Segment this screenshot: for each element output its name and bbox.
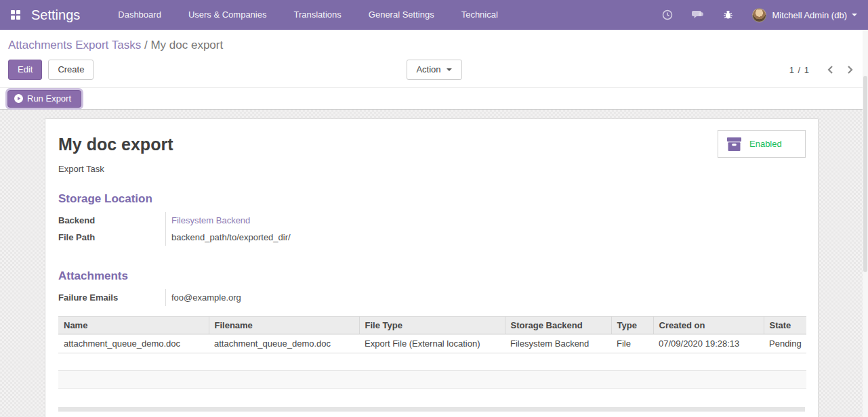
navbar-right: Mitchell Admin (db) (653, 8, 860, 22)
backend-field-label: Backend (58, 212, 165, 229)
run-export-button[interactable]: Run Export (7, 90, 81, 108)
table-empty-row (58, 353, 806, 371)
control-panel-buttons: Edit Create Action 1 / 1 (8, 54, 860, 87)
cell-created-on[interactable]: 07/09/2020 19:28:13 (653, 334, 764, 353)
table-row[interactable]: attachment_queue_demo.doc attachment_que… (58, 334, 806, 353)
pager: 1 / 1 (789, 64, 860, 76)
stat-button-label: Enabled (749, 139, 782, 149)
column-header-storage-backend[interactable]: Storage Backend (505, 317, 611, 334)
create-button[interactable]: Create (48, 60, 94, 80)
top-navbar: Settings Dashboard Users & Companies Tra… (0, 0, 868, 30)
backend-link[interactable]: Filesystem Backend (171, 215, 250, 225)
cell-filename[interactable]: attachment_queue_demo.doc (209, 334, 359, 353)
breadcrumb-parent-link[interactable]: Attachments Export Tasks (8, 39, 141, 51)
table-empty-row (58, 371, 806, 389)
user-menu[interactable]: Mitchell Admin (db) (743, 8, 860, 22)
pager-count: 1 / 1 (789, 65, 810, 75)
record-title: My doc export (58, 134, 805, 154)
navbar-menu: Dashboard Users & Companies Translations… (104, 0, 512, 30)
table-empty-row (58, 389, 806, 406)
file-path-field-value: backend_path/to/exported_dir/ (165, 229, 805, 246)
caret-down-icon (852, 14, 857, 16)
caret-down-icon (447, 68, 452, 71)
storage-location-heading: Storage Location (58, 192, 805, 206)
column-header-state[interactable]: State (764, 317, 806, 334)
column-header-created-on[interactable]: Created on (653, 317, 764, 334)
run-export-label: Run Export (27, 93, 71, 104)
vertical-scrollbar[interactable] (863, 30, 868, 417)
enabled-stat-button[interactable]: Enabled (718, 130, 806, 158)
cell-state[interactable]: Pending (764, 334, 806, 353)
nav-item-dashboard[interactable]: Dashboard (104, 0, 175, 30)
table-horizontal-scrollbar[interactable] (58, 407, 805, 412)
control-panel: Attachments Export Tasks / My doc export… (0, 30, 868, 87)
breadcrumb-separator: / (144, 39, 150, 51)
nav-item-general-settings[interactable]: General Settings (355, 0, 448, 30)
attachments-heading: Attachments (58, 269, 805, 283)
cell-type[interactable]: File (611, 334, 653, 353)
nav-item-users-companies[interactable]: Users & Companies (175, 0, 281, 30)
cell-file-type[interactable]: Export File (External location) (359, 334, 505, 353)
apps-grid-icon[interactable] (11, 10, 20, 20)
breadcrumb: Attachments Export Tasks / My doc export (8, 37, 860, 54)
file-path-field-label: File Path (58, 229, 165, 246)
column-header-type[interactable]: Type (611, 317, 653, 334)
archive-box-icon (726, 137, 742, 152)
backend-field-value: Filesystem Backend (165, 212, 805, 229)
vertical-scrollbar-thumb[interactable] (863, 76, 867, 272)
app-title[interactable]: Settings (31, 7, 80, 23)
nav-item-technical[interactable]: Technical (448, 0, 512, 30)
form-view-background: Enabled My doc export Export Task Storag… (0, 110, 868, 417)
storage-location-fields: Backend Filesystem Backend File Path bac… (58, 212, 805, 246)
messages-chat-icon[interactable] (682, 9, 714, 20)
column-header-name[interactable]: Name (58, 317, 209, 334)
action-dropdown-wrap: Action (406, 60, 461, 80)
pager-next-button[interactable] (840, 64, 860, 76)
cell-storage-backend[interactable]: Filesystem Backend (505, 334, 611, 353)
form-sheet: Enabled My doc export Export Task Storag… (45, 118, 819, 417)
debug-bug-icon[interactable] (714, 9, 743, 20)
activity-clock-icon[interactable] (653, 9, 682, 20)
record-subtitle: Export Task (58, 164, 805, 174)
failure-emails-field-label: Failure Emails (58, 289, 165, 306)
edit-button[interactable]: Edit (8, 60, 42, 80)
column-header-filename[interactable]: Filename (209, 317, 359, 334)
user-name: Mitchell Admin (db) (772, 10, 847, 20)
attachments-table: Name Filename File Type Storage Backend … (58, 316, 806, 406)
cell-name[interactable]: attachment_queue_demo.doc (58, 334, 209, 353)
attachments-table-header-row: Name Filename File Type Storage Backend … (58, 317, 806, 334)
play-circle-icon (14, 94, 23, 103)
action-dropdown-button[interactable]: Action (406, 60, 461, 80)
column-header-file-type[interactable]: File Type (359, 317, 505, 334)
action-dropdown-label: Action (416, 64, 440, 75)
attachments-fields: Failure Emails foo@example.org (58, 289, 805, 306)
statusbar: Run Export (0, 87, 868, 110)
nav-item-translations[interactable]: Translations (280, 0, 354, 30)
breadcrumb-current: My doc export (150, 39, 223, 51)
user-avatar (752, 8, 766, 22)
pager-previous-button[interactable] (821, 64, 840, 76)
failure-emails-field-value: foo@example.org (165, 289, 805, 306)
